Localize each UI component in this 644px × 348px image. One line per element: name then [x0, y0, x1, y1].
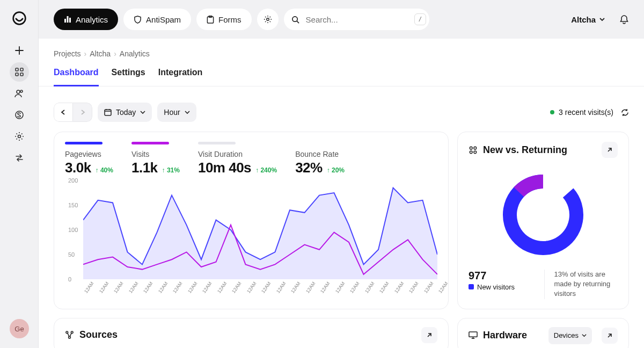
sidebar-users[interactable]: [10, 84, 29, 103]
nav-analytics-label: Analytics: [76, 15, 108, 24]
sources-title: Sources: [79, 329, 118, 340]
nav-antispam[interactable]: AntiSpam: [123, 9, 191, 30]
svg-rect-16: [105, 110, 111, 115]
chevron-down-icon: [582, 333, 587, 338]
svg-point-20: [474, 150, 477, 153]
svg-rect-1: [16, 68, 18, 71]
hardware-select-label: Devices: [554, 331, 579, 339]
chevron-right-icon: ›: [84, 49, 87, 58]
legend-swatch-new: [469, 284, 474, 289]
date-range-select[interactable]: Today: [98, 103, 152, 122]
status-text: 3 recent visits(s): [559, 108, 613, 117]
hardware-card: Hardware Devices: [457, 318, 629, 348]
new-returning-card: New vs. Returning 977 New visitors 13% o…: [457, 132, 629, 309]
breadcrumb: Projects › Altcha › Analytics: [39, 39, 644, 66]
shield-icon: [134, 16, 142, 24]
svg-point-18: [474, 147, 477, 149]
svg-point-19: [470, 150, 472, 153]
bar-chart-icon: [64, 16, 71, 23]
breadcrumb-project[interactable]: Altcha: [90, 49, 111, 58]
account-menu[interactable]: Altcha: [571, 15, 605, 24]
clipboard-icon: [207, 16, 214, 24]
svg-rect-2: [20, 68, 23, 71]
metrics-card: Pageviews3.0k↑ 40%Visits1.1k↑ 31%Visit D…: [54, 132, 449, 309]
svg-point-15: [292, 16, 297, 21]
chevron-down-icon: [599, 16, 605, 23]
monitor-icon: [469, 331, 478, 340]
granularity-select[interactable]: Hour: [157, 103, 196, 122]
sources-card: Sources: [54, 318, 449, 348]
svg-point-0: [13, 12, 26, 25]
nav-forms-label: Forms: [218, 15, 241, 24]
notifications-icon[interactable]: [619, 15, 629, 24]
svg-rect-11: [69, 18, 71, 23]
expand-button[interactable]: [602, 328, 618, 344]
sidebar-settings[interactable]: [10, 127, 29, 146]
status-dot-icon: [550, 110, 554, 114]
brand-logo[interactable]: [12, 11, 27, 26]
breadcrumb-projects[interactable]: Projects: [54, 49, 81, 58]
calendar-icon: [104, 108, 112, 116]
sidebar-transfer[interactable]: [10, 148, 29, 168]
breadcrumb-current: Analytics: [120, 49, 150, 58]
svg-point-8: [18, 135, 21, 138]
account-name: Altcha: [571, 15, 596, 24]
chevron-right-icon: ›: [114, 49, 116, 58]
chevron-down-icon: [185, 110, 190, 115]
svg-point-6: [20, 90, 23, 92]
new-visitors-label: New visitors: [477, 283, 515, 291]
granularity-label: Hour: [164, 108, 180, 117]
svg-rect-4: [20, 73, 23, 76]
search-icon: [291, 16, 299, 24]
svg-rect-10: [67, 16, 69, 23]
svg-rect-9: [64, 19, 66, 23]
tab-settings[interactable]: Settings: [112, 66, 145, 86]
svg-point-23: [69, 336, 71, 338]
search-input[interactable]: [305, 15, 409, 25]
gear-icon: [264, 15, 272, 24]
tab-integration[interactable]: Integration: [158, 66, 203, 86]
svg-rect-3: [16, 73, 18, 76]
nav-analytics[interactable]: Analytics: [54, 9, 118, 30]
metric-visits[interactable]: Visits1.1k↑ 31%: [131, 142, 180, 176]
live-status: 3 recent visits(s): [550, 108, 629, 117]
search-shortcut: /: [414, 13, 426, 25]
hardware-select[interactable]: Devices: [548, 327, 592, 344]
donut-chart: [469, 165, 618, 267]
refresh-button[interactable]: [621, 108, 629, 117]
new-returning-title: New vs. Returning: [483, 144, 567, 156]
nav-settings-icon[interactable]: [257, 9, 279, 30]
svg-point-14: [266, 18, 268, 20]
svg-point-5: [17, 90, 20, 93]
nav-antispam-label: AntiSpam: [146, 15, 181, 24]
svg-rect-24: [469, 332, 477, 337]
sidebar-add[interactable]: [10, 41, 29, 60]
user-avatar[interactable]: Ge: [10, 319, 29, 338]
expand-button[interactable]: [602, 142, 618, 158]
sidebar-apps[interactable]: [10, 62, 29, 82]
search-field[interactable]: /: [284, 9, 429, 30]
hardware-title: Hardware: [483, 330, 527, 341]
sidebar-billing[interactable]: [10, 105, 29, 125]
chevron-down-icon: [140, 110, 145, 115]
metric-duration[interactable]: Visit Duration10m 40s↑ 240%: [198, 142, 277, 176]
nav-forms[interactable]: Forms: [196, 9, 252, 30]
users-icon: [469, 146, 478, 155]
date-prev-button[interactable]: [54, 103, 73, 122]
tab-dashboard[interactable]: Dashboard: [54, 66, 99, 86]
svg-point-17: [470, 147, 472, 149]
network-icon: [65, 330, 74, 339]
expand-button[interactable]: [421, 327, 437, 343]
date-next-button: [73, 103, 92, 122]
new-visitors-count: 977: [469, 270, 532, 282]
date-range-label: Today: [116, 108, 136, 117]
returning-note: 13% of visits are made by returning visi…: [544, 270, 618, 299]
metric-pageviews[interactable]: Pageviews3.0k↑ 40%: [65, 142, 113, 176]
metric-bounce[interactable]: Bounce Rate32%↑ 20%: [295, 142, 345, 176]
